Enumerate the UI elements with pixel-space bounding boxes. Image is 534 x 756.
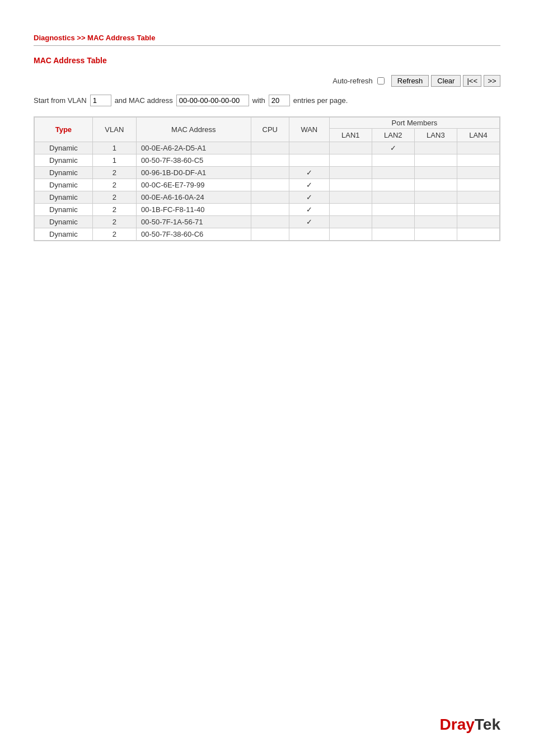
- cell-wan: [289, 154, 329, 167]
- cell-mac: 00-0E-A6-16-0A-24: [136, 191, 251, 204]
- cell-cpu: [251, 167, 289, 179]
- table-row: Dynamic100-50-7F-38-60-C5: [35, 154, 500, 167]
- cell-lan4: [457, 167, 499, 179]
- cell-lan3: [414, 142, 457, 154]
- cell-mac: 00-50-7F-38-60-C5: [136, 154, 251, 167]
- cell-lan3: [414, 216, 457, 228]
- cell-lan2: [372, 216, 414, 228]
- col-header-wan: WAN: [289, 118, 329, 142]
- cell-lan2: [372, 167, 414, 179]
- logo: DrayTek: [440, 716, 500, 733]
- table-row: Dynamic200-50-7F-38-60-C6: [35, 228, 500, 241]
- cell-vlan: 2: [92, 191, 136, 204]
- table-row: Dynamic200-1B-FC-F8-11-40✓: [35, 204, 500, 216]
- cell-cpu: [251, 191, 289, 204]
- col-header-lan2: LAN2: [372, 129, 414, 142]
- cell-wan: [289, 228, 329, 241]
- start-from-vlan-label: Start from VLAN: [34, 96, 87, 105]
- cell-wan: ✓: [289, 216, 329, 228]
- col-header-lan4: LAN4: [457, 129, 499, 142]
- auto-refresh-checkbox[interactable]: [377, 77, 385, 84]
- cell-type: Dynamic: [35, 228, 93, 241]
- col-header-lan3: LAN3: [414, 129, 457, 142]
- entries-per-page-input[interactable]: [269, 95, 290, 106]
- mac-address-table: Type VLAN MAC Address CPU WAN Port Membe…: [34, 117, 500, 241]
- col-header-type: Type: [35, 118, 93, 142]
- cell-vlan: 2: [92, 167, 136, 179]
- logo-tek: Tek: [475, 716, 500, 733]
- cell-lan1: [329, 191, 372, 204]
- cell-cpu: [251, 142, 289, 154]
- header-divider: [34, 45, 500, 46]
- cell-lan2: [372, 204, 414, 216]
- cell-lan3: [414, 204, 457, 216]
- cell-vlan: 1: [92, 154, 136, 167]
- cell-lan4: [457, 204, 499, 216]
- cell-lan3: [414, 154, 457, 167]
- table-row: Dynamic200-0C-6E-E7-79-99✓: [35, 179, 500, 191]
- cell-cpu: [251, 179, 289, 191]
- cell-mac: 00-0C-6E-E7-79-99: [136, 179, 251, 191]
- controls-row: Auto-refresh Refresh Clear |<< >>: [34, 75, 500, 87]
- col-header-vlan: VLAN: [92, 118, 136, 142]
- cell-lan1: [329, 204, 372, 216]
- logo-area: DrayTek: [440, 716, 500, 734]
- cell-type: Dynamic: [35, 204, 93, 216]
- cell-lan1: [329, 216, 372, 228]
- cell-lan1: [329, 154, 372, 167]
- breadcrumb: Diagnostics >> MAC Address Table: [34, 34, 500, 42]
- cell-lan1: [329, 167, 372, 179]
- filter-row: Start from VLAN and MAC address with ent…: [34, 95, 500, 106]
- col-header-lan1: LAN1: [329, 129, 372, 142]
- cell-type: Dynamic: [35, 142, 93, 154]
- cell-mac: 00-1B-FC-F8-11-40: [136, 204, 251, 216]
- cell-lan2: [372, 154, 414, 167]
- logo-dray: Dray: [440, 716, 475, 733]
- cell-cpu: [251, 216, 289, 228]
- cell-lan4: [457, 191, 499, 204]
- cell-mac: 00-50-7F-38-60-C6: [136, 228, 251, 241]
- mac-table-wrapper: Type VLAN MAC Address CPU WAN Port Membe…: [34, 116, 500, 241]
- cell-type: Dynamic: [35, 191, 93, 204]
- cell-vlan: 2: [92, 228, 136, 241]
- cell-wan: ✓: [289, 167, 329, 179]
- cell-lan3: [414, 167, 457, 179]
- col-header-port-members: Port Members: [329, 118, 499, 129]
- cell-mac: 00-0E-A6-2A-D5-A1: [136, 142, 251, 154]
- cell-mac: 00-96-1B-D0-DF-A1: [136, 167, 251, 179]
- cell-lan3: [414, 179, 457, 191]
- cell-cpu: [251, 154, 289, 167]
- cell-wan: ✓: [289, 204, 329, 216]
- table-row: Dynamic200-50-7F-1A-56-71✓: [35, 216, 500, 228]
- nav-next-button[interactable]: >>: [484, 75, 500, 87]
- cell-type: Dynamic: [35, 154, 93, 167]
- cell-lan4: [457, 228, 499, 241]
- col-header-mac: MAC Address: [136, 118, 251, 142]
- with-label: with: [252, 96, 265, 105]
- section-title: MAC Address Table: [34, 56, 500, 65]
- entries-per-page-label: entries per page.: [293, 96, 348, 105]
- cell-cpu: [251, 204, 289, 216]
- table-row: Dynamic200-96-1B-D0-DF-A1✓: [35, 167, 500, 179]
- cell-lan1: [329, 228, 372, 241]
- cell-lan2: ✓: [372, 142, 414, 154]
- cell-mac: 00-50-7F-1A-56-71: [136, 216, 251, 228]
- cell-cpu: [251, 228, 289, 241]
- cell-vlan: 2: [92, 204, 136, 216]
- table-row: Dynamic200-0E-A6-16-0A-24✓: [35, 191, 500, 204]
- cell-type: Dynamic: [35, 179, 93, 191]
- cell-vlan: 2: [92, 216, 136, 228]
- cell-type: Dynamic: [35, 167, 93, 179]
- refresh-button[interactable]: Refresh: [391, 75, 429, 87]
- nav-first-button[interactable]: |<<: [463, 75, 481, 87]
- and-mac-label: and MAC address: [115, 96, 173, 105]
- cell-lan2: [372, 228, 414, 241]
- cell-type: Dynamic: [35, 216, 93, 228]
- cell-lan3: [414, 191, 457, 204]
- clear-button[interactable]: Clear: [431, 75, 461, 87]
- cell-wan: ✓: [289, 179, 329, 191]
- mac-address-input[interactable]: [176, 95, 249, 106]
- cell-lan4: [457, 154, 499, 167]
- vlan-input[interactable]: [90, 95, 111, 106]
- cell-lan1: [329, 179, 372, 191]
